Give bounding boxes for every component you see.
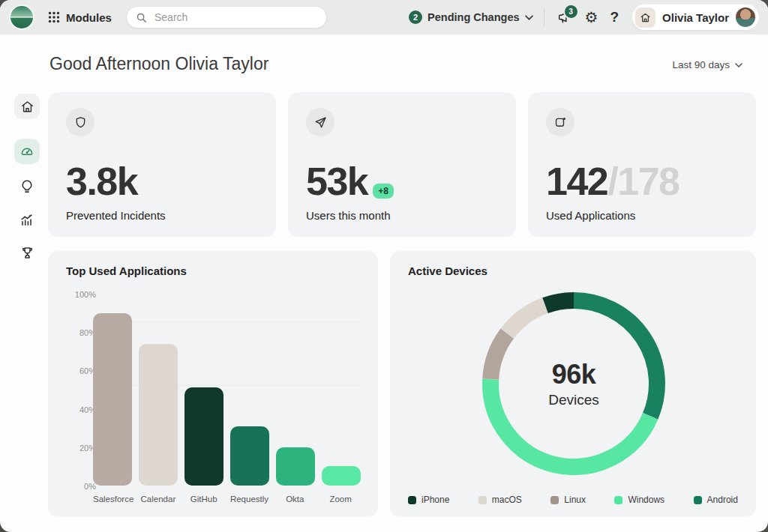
analytics-icon [19,211,35,228]
chevron-down-icon [735,63,742,67]
stat-label: Prevented Incidents [66,209,258,222]
x-tick-label: Requestly [230,495,269,504]
legend-label: Linux [564,495,586,505]
sidebar-item-ideas[interactable] [16,176,38,197]
x-tick-label: GitHub [184,495,224,504]
search-input[interactable] [153,10,317,24]
legend-item-macos: macOS [478,495,522,505]
donut-label: Devices [548,392,599,408]
help-button[interactable]: ? [610,9,619,25]
apps-icon [546,108,574,136]
bar-column [276,447,315,486]
donut-legend: iPhonemacOSLinuxWindowsAndroid [408,495,738,505]
sidebar-item-dashboard[interactable] [14,139,40,164]
sidebar-item-analytics[interactable] [16,209,38,230]
legend-swatch [614,496,622,504]
donut-segment-iphone [545,300,574,306]
user-name: Olivia Taylor [662,11,729,24]
user-menu[interactable]: Olivia Taylor [632,4,759,30]
stat-card-users: 53k +8 Users this month [288,92,516,237]
stats-row: 3.8k Prevented Incidents 53k +8 Users th… [48,92,756,237]
bar-requestly [230,426,269,486]
topbar-right: 2 Pending Changes 3 ⚙ ? [409,4,759,30]
donut-value: 96k [548,359,599,390]
notification-count-badge: 3 [563,4,579,19]
bar-xlabels: SalesforceCalendarGitHubRequestlyOktaZoo… [93,495,360,504]
legend-swatch [408,496,416,504]
x-tick-label: Calendar [139,495,178,504]
bar-calendar [139,344,178,486]
shield-icon [66,108,94,136]
search-icon [136,12,147,23]
donut-segment-macos [507,306,545,333]
bar-column [322,466,361,486]
legend-swatch [550,496,559,504]
stat-value: 53k +8 [306,162,498,201]
lightbulb-icon [19,178,35,195]
stat-delta-badge: +8 [373,184,394,199]
donut-segment-linux [490,333,507,379]
bar-zoom [322,466,361,486]
bar-salesforce [93,313,132,486]
announcements-button[interactable]: 3 [556,9,573,25]
pending-changes-dropdown[interactable]: 2 Pending Changes [409,10,532,24]
user-avatar [736,7,755,27]
legend-item-android: Android [694,495,738,505]
legend-label: Windows [628,495,664,505]
stat-secondary-value: /178 [608,162,679,201]
stat-value: 3.8k [66,162,258,201]
sidebar-item-achievements[interactable] [16,242,38,263]
brand-logo[interactable] [10,6,33,28]
search-bar[interactable] [126,6,327,28]
legend-swatch [478,496,487,504]
settings-button[interactable]: ⚙ [585,10,598,25]
legend-item-windows: Windows [614,495,664,505]
stat-value: 142 /178 [546,162,738,201]
send-icon [306,108,334,136]
speedometer-icon [20,144,34,159]
page-title: Good Afternoon Olivia Taylor [50,54,268,74]
stat-card-used-applications: 142 /178 Used Applications [528,92,756,237]
bar-column [139,344,178,486]
x-tick-label: Salesforce [93,495,132,504]
pending-count-badge: 2 [409,10,422,24]
home-chip-icon [635,7,656,28]
home-icon [20,100,34,114]
topbar-divider [544,8,544,26]
date-range-dropdown[interactable]: Last 90 days [672,59,742,70]
trophy-icon [20,245,35,261]
x-tick-label: Zoom [321,495,360,504]
bar-chart: 0%20%40%60%80%100% [66,294,360,486]
legend-label: macOS [492,495,522,505]
app-window: Modules 2 Pending Changes [0,0,768,532]
bar-column [93,313,132,486]
legend-item-linux: Linux [550,495,586,505]
panel-title: Top Used Applications [66,265,360,277]
date-range-label: Last 90 days [672,59,730,70]
x-tick-label: Okta [275,495,314,504]
stat-card-prevented-incidents: 3.8k Prevented Incidents [48,92,276,237]
bottom-row: Top Used Applications 0%20%40%60%80%100%… [48,251,756,517]
top-used-applications-panel: Top Used Applications 0%20%40%60%80%100%… [48,251,378,517]
bar-okta [276,447,315,486]
bar-github [184,387,224,486]
gear-icon: ⚙ [585,10,598,25]
grid-icon [48,11,60,23]
active-devices-panel: Active Devices 96k Devices iPhonemacOSLi… [390,251,756,517]
stat-label: Users this month [306,209,498,222]
chevron-down-icon [525,15,533,20]
bar-column [184,387,224,486]
modules-button[interactable]: Modules [48,11,112,24]
y-tick-label: 100% [75,290,96,299]
legend-label: iPhone [422,495,449,505]
bar-column [230,426,269,486]
legend-item-iphone: iPhone [408,495,449,505]
topbar: Modules 2 Pending Changes [0,0,768,34]
sidebar [14,94,40,263]
sidebar-item-home[interactable] [14,94,40,119]
donut-center: 96k Devices [548,359,599,408]
legend-label: Android [707,495,738,505]
bar-plot [93,313,361,486]
modules-label: Modules [66,11,112,24]
pending-changes-label: Pending Changes [428,11,519,23]
